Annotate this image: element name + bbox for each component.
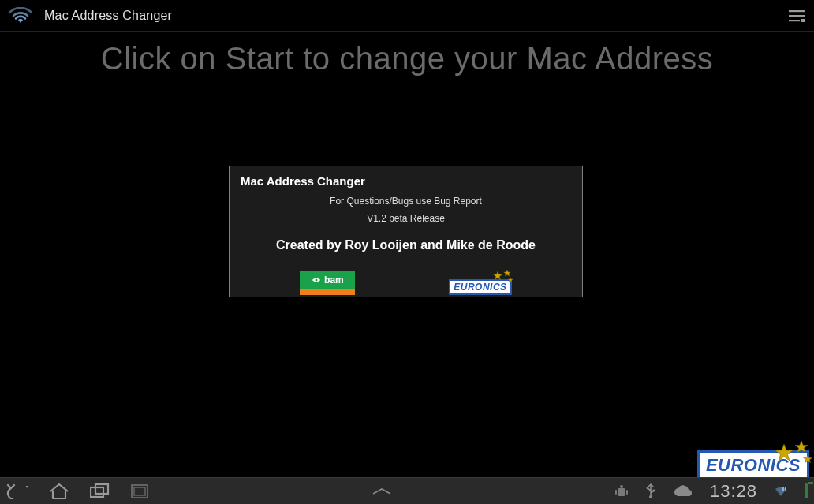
main-area: Click on Start to change your Mac Addres…	[0, 32, 814, 477]
dialog-version: V1.2 beta Release	[230, 210, 582, 227]
svg-rect-10	[91, 487, 103, 497]
battery-icon	[805, 485, 808, 497]
euronics-logo-small: EURONICS	[449, 274, 511, 295]
svg-rect-13	[134, 487, 145, 495]
wifi-status-icon	[775, 486, 787, 497]
svg-rect-11	[95, 484, 108, 494]
svg-rect-3	[801, 19, 805, 22]
svg-rect-0	[789, 10, 805, 12]
dialog-title: Mac Address Changer	[230, 166, 582, 192]
bam-logo: bam	[300, 271, 355, 295]
app-bar: Mac Address Changer	[0, 0, 814, 32]
svg-point-20	[649, 495, 652, 498]
euronics-logo-large: EURONICS	[697, 455, 809, 476]
dialog-authors: Created by Roy Looijen and Mike de Roode	[230, 227, 582, 268]
usb-icon	[645, 483, 656, 499]
svg-rect-1	[789, 15, 805, 17]
back-button[interactable]	[6, 483, 28, 499]
bam-logo-label: bam	[324, 274, 344, 286]
svg-point-18	[647, 487, 649, 489]
svg-rect-15	[620, 485, 623, 488]
dialog-hint: For Questions/Bugs use Bug Report	[230, 192, 582, 210]
settings-icon[interactable]	[786, 9, 808, 23]
svg-marker-8	[795, 441, 808, 453]
svg-marker-7	[775, 444, 793, 461]
svg-marker-9	[804, 455, 812, 463]
home-button[interactable]	[49, 483, 69, 500]
recent-apps-button[interactable]	[90, 483, 110, 499]
android-debug-icon	[615, 484, 628, 498]
svg-rect-16	[615, 490, 617, 495]
svg-rect-14	[618, 488, 625, 496]
hero-text: Click on Start to change your Mac Addres…	[0, 32, 814, 77]
svg-marker-5	[503, 270, 510, 276]
expand-handle-icon[interactable]	[370, 487, 394, 495]
clock[interactable]: 13:28	[710, 481, 757, 502]
about-dialog: Mac Address Changer For Questions/Bugs u…	[229, 166, 583, 297]
svg-marker-6	[508, 278, 513, 282]
svg-rect-19	[653, 489, 655, 491]
cloud-icon	[674, 485, 693, 498]
svg-marker-4	[493, 271, 502, 280]
screenshot-button[interactable]	[131, 484, 148, 498]
system-navbar: 13:28	[0, 477, 814, 504]
svg-rect-17	[626, 490, 628, 495]
app-title: Mac Address Changer	[44, 9, 172, 23]
svg-rect-2	[789, 20, 800, 21]
wifi-icon	[6, 7, 35, 24]
